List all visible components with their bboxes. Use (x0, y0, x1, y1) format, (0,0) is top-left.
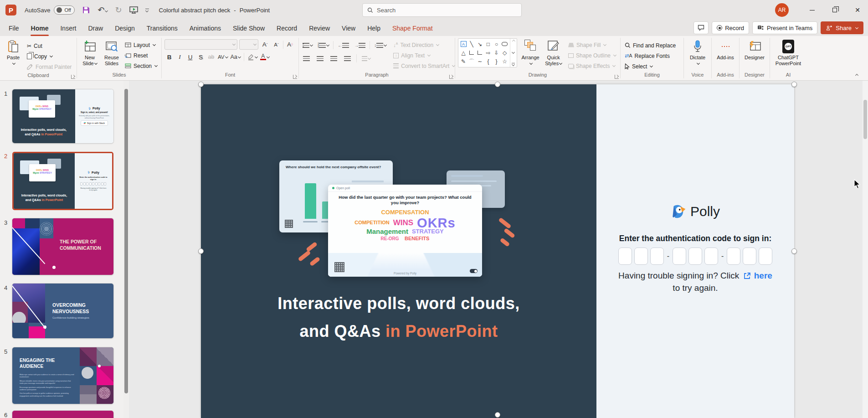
current-slide[interactable]: Where should we hold the next company of… (201, 84, 794, 418)
convert-smartart-button[interactable]: Convert to SmartArt (392, 61, 456, 71)
line-shape-icon[interactable]: ╲ (470, 41, 473, 47)
justify-button[interactable] (343, 53, 352, 63)
comments-button[interactable] (693, 21, 709, 34)
text-box-shape-icon[interactable]: A (461, 41, 467, 47)
copy-button[interactable]: Copy (26, 52, 73, 61)
grow-font-button[interactable]: Aˆ (260, 40, 270, 50)
autosave-control[interactable]: AutoSave Off (25, 5, 75, 15)
tab-record[interactable]: Record (271, 20, 303, 36)
rectangle-shape-icon[interactable]: □ (487, 41, 490, 47)
italic-button[interactable]: I (175, 52, 185, 62)
selection-handle-top-left[interactable] (198, 82, 204, 87)
cut-button[interactable]: ✂Cut (26, 41, 73, 51)
selection-handle-top-mid[interactable] (495, 82, 500, 87)
tab-transitions[interactable]: Transitions (141, 20, 184, 36)
change-case-button[interactable]: Aa (230, 52, 241, 62)
record-button[interactable]: Record (712, 21, 749, 34)
line-spacing-button[interactable]: ↕ (373, 40, 387, 50)
selection-handle-mid-left[interactable] (198, 248, 204, 254)
shape-fill-button[interactable]: Shape Fill (567, 40, 617, 50)
replace-fonts-button[interactable]: ⇄A Replace Fonts (623, 51, 677, 61)
selection-handle-mid-right[interactable] (791, 248, 797, 254)
quick-styles-button[interactable]: QuickStyles (544, 38, 563, 71)
slide-thumbnail-1[interactable]: OKRs WINSMgmt STRATEGY Interactive polls… (12, 89, 113, 143)
oval-shape-icon[interactable]: ○ (495, 41, 498, 47)
save-icon[interactable] (82, 6, 90, 14)
align-left-button[interactable] (302, 53, 311, 63)
font-dialog-launcher-icon[interactable] (293, 75, 297, 79)
code-input-1[interactable] (618, 248, 632, 265)
bold-button[interactable]: B (164, 52, 174, 62)
align-right-button[interactable] (329, 53, 339, 63)
minimize-button[interactable] (801, 0, 822, 20)
account-avatar[interactable]: AR (775, 3, 789, 17)
arc-shape-icon[interactable]: ⌒ (469, 58, 474, 66)
thumbnail-scrollbar[interactable] (123, 81, 128, 418)
shapes-gallery-scroll[interactable] (510, 39, 517, 67)
down-arrow-shape-icon[interactable]: ⇩ (494, 50, 499, 56)
try-again-link[interactable]: here (754, 271, 772, 280)
code-input-9[interactable] (759, 248, 772, 265)
tab-design[interactable]: Design (109, 20, 141, 36)
curve-shape-icon[interactable]: ∼ (478, 58, 482, 65)
tab-file[interactable]: File (3, 20, 25, 36)
font-size-combo[interactable] (239, 39, 258, 50)
share-button[interactable]: Share (821, 21, 863, 34)
elbow-arrow-connector-icon[interactable] (478, 51, 482, 55)
tab-slide-show[interactable]: Slide Show (227, 20, 271, 36)
selection-handle-bottom-mid[interactable] (495, 412, 500, 418)
clipboard-dialog-launcher-icon[interactable] (71, 75, 75, 79)
find-replace-button[interactable]: Find and Replace (623, 41, 677, 50)
code-input-4[interactable] (673, 248, 686, 265)
collapse-ribbon-icon[interactable] (855, 74, 858, 77)
restore-button[interactable] (824, 0, 845, 20)
addins-button[interactable]: Add-ins (715, 38, 736, 71)
reset-button[interactable]: Reset (123, 51, 159, 60)
freeform-shape-icon[interactable]: ◇ (503, 50, 507, 56)
arrange-button[interactable]: Arrange (521, 38, 540, 71)
right-brace-shape-icon[interactable]: } (496, 58, 498, 65)
search-box[interactable]: Search (362, 3, 522, 17)
close-button[interactable]: ✕ (847, 0, 868, 20)
tab-draw[interactable]: Draw (82, 20, 109, 36)
redo-button[interactable]: ↻ (115, 6, 122, 14)
decrease-indent-button[interactable]: ← (337, 40, 350, 50)
star-shape-icon[interactable]: ☆ (502, 58, 507, 65)
columns-button[interactable] (361, 53, 371, 63)
autosave-toggle[interactable]: Off (54, 5, 75, 15)
shape-outline-button[interactable]: Shape Outline (567, 51, 617, 60)
paste-button[interactable]: Paste (3, 38, 24, 72)
present-in-teams-button[interactable]: T Present in Teams (752, 21, 817, 34)
tab-insert[interactable]: Insert (54, 20, 82, 36)
text-highlight-button[interactable] (247, 52, 258, 62)
selection-handle-top-right[interactable] (791, 82, 797, 87)
shrink-font-button[interactable]: Aˇ (272, 40, 281, 50)
paragraph-dialog-launcher-icon[interactable] (449, 75, 453, 79)
slide-thumbnail-3[interactable]: THE POWER OFCOMMUNICATION (12, 218, 113, 275)
arrow-shape-icon[interactable]: ↘ (478, 41, 482, 47)
new-slide-button[interactable]: NewSlide (80, 38, 100, 71)
left-brace-shape-icon[interactable]: { (487, 58, 489, 65)
character-spacing-button[interactable]: AV (217, 52, 229, 62)
code-input-3[interactable] (650, 248, 664, 265)
text-direction-button[interactable]: ↓AText Direction (392, 40, 456, 50)
triangle-shape-icon[interactable]: △ (461, 50, 465, 56)
tab-review[interactable]: Review (303, 20, 336, 36)
slide-thumbnail-5[interactable]: ENGAGING THEAUDIENCE Make eye contact wi… (12, 347, 113, 404)
canvas-scrollbar-thumb[interactable] (863, 100, 867, 139)
text-shadow-button[interactable]: S (196, 52, 205, 62)
thumbnail-scrollbar-thumb[interactable] (124, 89, 128, 393)
clear-formatting-button[interactable]: A◊ (285, 40, 295, 50)
dictate-button[interactable]: Dictate (687, 38, 708, 71)
select-button[interactable]: Select (623, 62, 677, 71)
underline-button[interactable]: U (185, 52, 195, 62)
elbow-connector-icon[interactable] (469, 51, 474, 55)
tab-shape-format[interactable]: Shape Format (386, 20, 439, 36)
shape-effects-button[interactable]: Shape Effects (567, 61, 617, 71)
drawing-dialog-launcher-icon[interactable] (615, 75, 619, 79)
strikethrough-button[interactable]: ab (206, 52, 216, 62)
code-input-6[interactable] (704, 248, 718, 265)
bullets-button[interactable] (302, 40, 313, 50)
tab-help[interactable]: Help (361, 20, 386, 36)
shapes-gallery[interactable]: A ╲ ↘ □ ○ △ ⇨ ⇩ ◇ ✎ ⌒ ∼ (458, 38, 517, 67)
